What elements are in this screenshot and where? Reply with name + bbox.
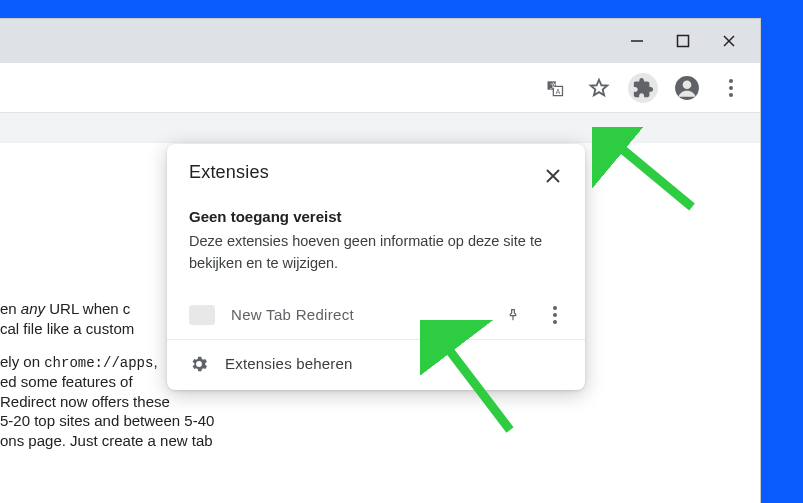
svg-line-14 (440, 338, 510, 430)
svg-text:A: A (556, 87, 561, 94)
manage-extensions-label: Extensies beheren (225, 355, 353, 372)
svg-point-8 (683, 80, 692, 89)
section-heading: Geen toegang vereist (189, 208, 563, 225)
browser-menu-icon[interactable] (716, 73, 746, 103)
text-fragment: Redirect now offers these (0, 393, 170, 410)
annotation-arrow (420, 320, 540, 440)
browser-window: 文A en any URL when c cal file like a cus… (0, 18, 761, 503)
popup-header: Extensies (167, 144, 585, 194)
annotation-arrow (592, 127, 712, 227)
text-fragment: en (0, 300, 21, 317)
extensions-puzzle-icon[interactable] (628, 73, 658, 103)
extension-icon (189, 305, 215, 325)
maximize-button[interactable] (660, 19, 706, 63)
text-fragment: 5-20 top sites and between 5-40 (0, 412, 214, 429)
text-fragment: ons page. Just create a new tab (0, 432, 213, 449)
close-window-button[interactable] (706, 19, 752, 63)
code-fragment: chrome://apps (44, 355, 153, 371)
popup-title: Extensies (189, 162, 269, 183)
profile-avatar-icon[interactable] (672, 73, 702, 103)
svg-marker-6 (591, 79, 608, 95)
window-titlebar (0, 19, 760, 63)
text-fragment: URL when c (45, 300, 130, 317)
text-emphasis: any (21, 300, 45, 317)
minimize-button[interactable] (614, 19, 660, 63)
text-fragment: ed some features of (0, 373, 133, 390)
extension-menu-icon[interactable] (543, 306, 567, 324)
text-fragment: ely on (0, 353, 44, 370)
bookmark-star-icon[interactable] (584, 73, 614, 103)
text-fragment: cal file like a custom (0, 320, 134, 337)
svg-rect-1 (678, 36, 689, 47)
section-description: Deze extensies hoeven geen informatie op… (189, 231, 563, 275)
gear-icon (189, 354, 209, 374)
close-icon[interactable] (539, 162, 567, 190)
browser-toolbar: 文A (0, 63, 760, 113)
popup-section: Geen toegang vereist Deze extensies hoev… (167, 194, 585, 291)
translate-icon[interactable]: 文A (540, 73, 570, 103)
svg-line-12 (610, 139, 692, 207)
